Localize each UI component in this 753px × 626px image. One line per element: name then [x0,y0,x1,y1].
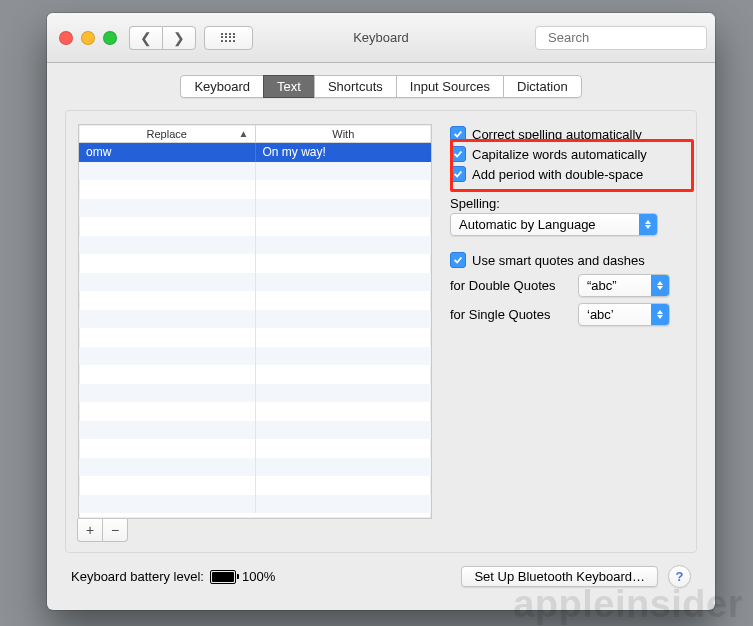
replacements-table-wrap: Replace ▲ With omw On my way! [78,124,432,542]
double-quotes-select[interactable]: “abc” [578,274,670,297]
tab-text[interactable]: Text [263,75,314,98]
sort-caret-icon: ▲ [239,128,249,139]
tab-dictation[interactable]: Dictation [503,75,582,98]
add-button[interactable]: + [77,519,103,542]
capitalize-checkbox[interactable]: Capitalize words automatically [450,146,684,162]
correct-spelling-label: Correct spelling automatically [472,127,642,142]
stepper-icon [651,275,669,296]
tab-input-sources[interactable]: Input Sources [396,75,503,98]
help-button[interactable]: ? [668,565,691,588]
remove-button[interactable]: − [102,519,128,542]
single-quotes-line: for Single Quotes ‘abc’ [450,303,684,326]
table-header: Replace ▲ With [79,125,431,143]
table-row[interactable] [79,384,431,403]
table-row[interactable] [79,236,431,255]
bluetooth-setup-button[interactable]: Set Up Bluetooth Keyboard… [461,566,658,587]
spelling-select[interactable]: Automatic by Language [450,213,658,236]
smart-quotes-checkbox[interactable]: Use smart quotes and dashes [450,252,684,268]
battery-label: Keyboard battery level: [71,569,204,584]
traffic-lights [59,31,117,45]
tab-shortcuts[interactable]: Shortcuts [314,75,396,98]
footer-right: Set Up Bluetooth Keyboard… ? [461,565,691,588]
tabbar: Keyboard Text Shortcuts Input Sources Di… [65,75,697,98]
table-row[interactable] [79,328,431,347]
table-row[interactable] [79,495,431,514]
checkbox-icon [450,252,466,268]
tab-keyboard[interactable]: Keyboard [180,75,263,98]
zoom-icon[interactable] [103,31,117,45]
table-row[interactable] [79,476,431,495]
tab-segmented-control: Keyboard Text Shortcuts Input Sources Di… [180,75,581,98]
col-with-label: With [332,128,354,140]
table-row[interactable] [79,421,431,440]
window-body: Keyboard Text Shortcuts Input Sources Di… [47,63,715,588]
cell-replace: omw [79,143,255,162]
checkbox-icon [450,126,466,142]
table-row[interactable] [79,310,431,329]
footer: Keyboard battery level: 100% Set Up Blue… [65,553,697,588]
battery-icon [210,570,236,584]
search-input[interactable] [546,29,715,46]
col-replace[interactable]: Replace ▲ [79,125,255,142]
grid-icon [221,33,236,43]
stepper-icon [639,214,657,235]
table-row[interactable] [79,217,431,236]
preferences-window: ❮ ❯ Keyboard Keyboard Text Shortcuts Inp… [47,13,715,610]
table-row[interactable]: omw On my way! [79,143,431,162]
battery-percent: 100% [242,569,275,584]
period-checkbox[interactable]: Add period with double-space [450,166,684,182]
checkbox-icon [450,166,466,182]
table-row[interactable] [79,180,431,199]
capitalize-label: Capitalize words automatically [472,147,647,162]
battery-status: Keyboard battery level: 100% [71,569,275,584]
smart-quotes-label: Use smart quotes and dashes [472,253,645,268]
spelling-heading: Spelling: [450,196,684,211]
nav-buttons: ❮ ❯ [129,26,196,50]
table-row[interactable] [79,458,431,477]
spelling-value: Automatic by Language [459,217,596,232]
titlebar: ❮ ❯ Keyboard [47,13,715,63]
double-quotes-line: for Double Quotes “abc” [450,274,684,297]
table-row[interactable] [79,273,431,292]
table-row[interactable] [79,347,431,366]
text-panel: Replace ▲ With omw On my way! [65,110,697,553]
table-row[interactable] [79,199,431,218]
minimize-icon[interactable] [81,31,95,45]
table-row[interactable] [79,402,431,421]
table-row[interactable] [79,439,431,458]
close-icon[interactable] [59,31,73,45]
table-row[interactable] [79,291,431,310]
checkbox-icon [450,146,466,162]
forward-button[interactable]: ❯ [162,26,196,50]
table-row[interactable] [79,254,431,273]
cell-with: On my way! [255,143,432,162]
col-with[interactable]: With [256,125,432,142]
replacements-table[interactable]: Replace ▲ With omw On my way! [78,124,432,519]
table-add-remove: + − [77,519,432,542]
single-quotes-label: for Single Quotes [450,307,568,322]
search-field[interactable] [535,26,707,50]
period-label: Add period with double-space [472,167,643,182]
table-body: omw On my way! [79,143,431,518]
correct-spelling-checkbox[interactable]: Correct spelling automatically [450,126,684,142]
single-quotes-value: ‘abc’ [587,307,614,322]
table-row[interactable] [79,365,431,384]
stepper-icon [651,304,669,325]
show-all-button[interactable] [204,26,253,50]
double-quotes-value: “abc” [587,278,617,293]
double-quotes-label: for Double Quotes [450,278,568,293]
back-button[interactable]: ❮ [129,26,162,50]
table-row[interactable] [79,162,431,181]
single-quotes-select[interactable]: ‘abc’ [578,303,670,326]
options-group: Correct spelling automatically Capitaliz… [450,124,684,542]
col-replace-label: Replace [147,128,187,140]
